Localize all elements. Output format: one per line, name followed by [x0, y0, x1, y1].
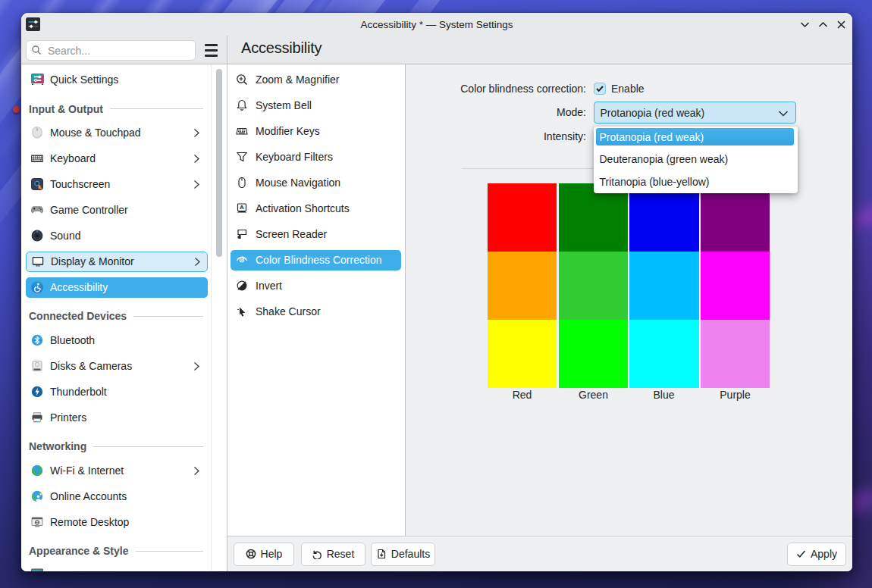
svg-text:A: A [240, 204, 244, 211]
